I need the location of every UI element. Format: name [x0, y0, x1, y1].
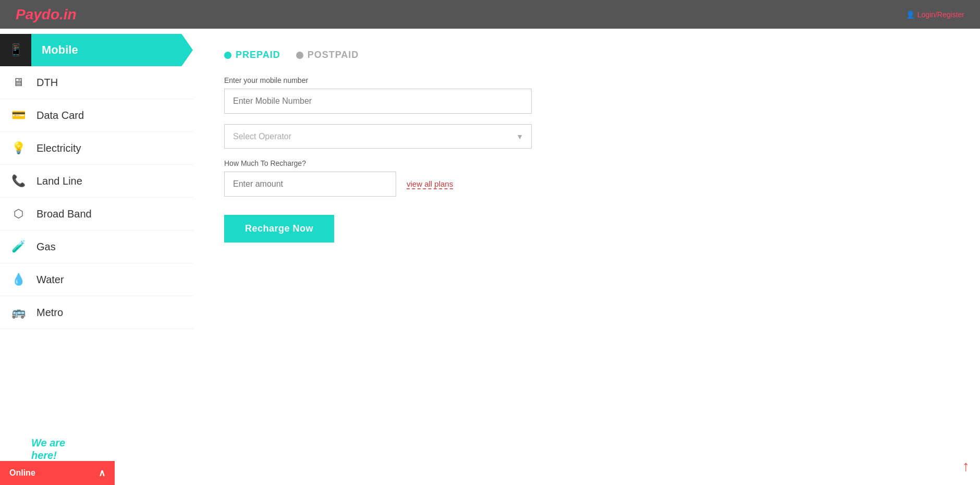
landline-label: Land Line	[36, 175, 82, 187]
we-are-here-line1: We are	[31, 436, 65, 449]
logo: Paydo.in	[16, 6, 77, 23]
login-button[interactable]: 👤 Login/Register	[906, 10, 964, 19]
sidebar-item-landline[interactable]: 📞 Land Line	[0, 165, 193, 198]
prepaid-label: PREPAID	[236, 50, 280, 60]
main-layout: 📱 Mobile 🖥 DTH 💳 Data Card 💡 Electricity…	[0, 29, 980, 485]
amount-row: view all plans	[224, 172, 949, 197]
operator-select[interactable]: Select Operator Airtel Vodafone Jio BSNL…	[224, 124, 532, 149]
header: Paydo.in 👤 Login/Register	[0, 0, 980, 29]
operator-group: Select Operator Airtel Vodafone Jio BSNL…	[224, 124, 949, 149]
broadband-icon: ⬡	[10, 207, 26, 221]
prepaid-dot	[224, 52, 231, 59]
amount-group: How Much To Recharge? view all plans	[224, 159, 949, 197]
gas-icon: 🧪	[10, 240, 26, 253]
view-plans-link[interactable]: view all plans	[407, 179, 453, 188]
postpaid-label: POSTPAID	[308, 50, 359, 60]
mobile-icon-box: 📱	[0, 34, 31, 66]
landline-icon: 📞	[10, 174, 26, 188]
recharge-now-button[interactable]: Recharge Now	[224, 215, 334, 242]
sidebar-item-metro[interactable]: 🚌 Metro	[0, 296, 193, 329]
sidebar-item-mobile[interactable]: 📱 Mobile	[0, 34, 193, 66]
online-label: Online	[9, 468, 35, 478]
sidebar-item-electricity[interactable]: 💡 Electricity	[0, 132, 193, 165]
water-label: Water	[36, 274, 64, 286]
user-icon: 👤	[906, 10, 915, 19]
amount-input[interactable]	[224, 172, 396, 197]
recharge-label: How Much To Recharge?	[224, 159, 949, 167]
sidebar-item-datacard[interactable]: 💳 Data Card	[0, 99, 193, 132]
mobile-number-input[interactable]	[224, 89, 532, 114]
we-are-here-widget: We are here!	[31, 436, 65, 462]
gas-label: Gas	[36, 241, 56, 253]
tab-prepaid[interactable]: PREPAID	[224, 50, 280, 60]
login-label: Login/Register	[917, 10, 964, 19]
metro-label: Metro	[36, 307, 63, 319]
we-are-here-line2: here!	[31, 449, 65, 462]
operator-select-wrapper: Select Operator Airtel Vodafone Jio BSNL…	[224, 124, 532, 149]
datacard-label: Data Card	[36, 110, 84, 122]
scroll-up-button[interactable]: ↑	[962, 458, 970, 475]
sidebar-item-gas[interactable]: 🧪 Gas	[0, 231, 193, 263]
dth-label: DTH	[36, 77, 58, 89]
mobile-label: Mobile	[31, 34, 193, 66]
broadband-label: Broad Band	[36, 208, 92, 220]
sidebar-item-broadband[interactable]: ⬡ Broad Band	[0, 198, 193, 231]
content-area: PREPAID POSTPAID Enter your mobile numbe…	[193, 29, 980, 485]
mobile-icon: 📱	[9, 43, 23, 57]
payment-tabs: PREPAID POSTPAID	[224, 50, 949, 60]
online-status-bar[interactable]: Online ∧	[0, 461, 115, 485]
metro-icon: 🚌	[10, 306, 26, 319]
postpaid-dot	[296, 52, 303, 59]
sidebar-item-dth[interactable]: 🖥 DTH	[0, 66, 193, 99]
water-icon: 💧	[10, 273, 26, 286]
electricity-label: Electricity	[36, 142, 81, 154]
chevron-up-icon: ∧	[99, 467, 105, 479]
sidebar: 📱 Mobile 🖥 DTH 💳 Data Card 💡 Electricity…	[0, 29, 193, 485]
tab-postpaid[interactable]: POSTPAID	[296, 50, 359, 60]
mobile-number-label: Enter your mobile number	[224, 76, 949, 84]
mobile-number-group: Enter your mobile number	[224, 76, 949, 114]
datacard-icon: 💳	[10, 108, 26, 122]
sidebar-item-water[interactable]: 💧 Water	[0, 263, 193, 296]
dth-icon: 🖥	[10, 76, 26, 89]
electricity-icon: 💡	[10, 141, 26, 155]
